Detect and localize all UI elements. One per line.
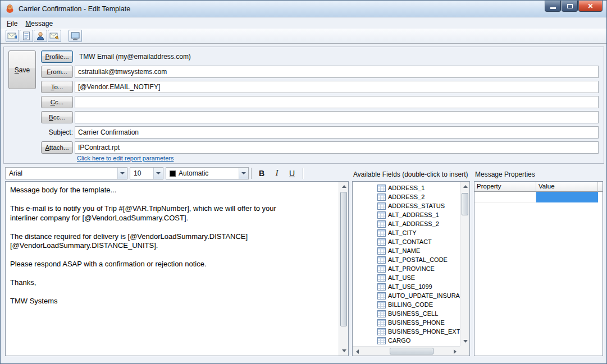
field-list-item[interactable]: ALT_ADDRESS_1 (353, 210, 460, 219)
close-button[interactable]: ✕ (578, 1, 603, 12)
font-color-select[interactable]: Automatic (166, 167, 249, 179)
scroll-up-icon[interactable] (460, 182, 470, 191)
font-size-select[interactable]: 10 (130, 167, 163, 179)
available-fields-title: Available Fields (double-click to insert… (353, 171, 468, 178)
field-list-item[interactable]: BUSINESS_PHONE (353, 318, 460, 327)
properties-header-row: Property Value (474, 182, 603, 192)
field-list-item[interactable]: ADDRESS_1 (353, 183, 460, 192)
field-label: BUSINESS_CELL (388, 310, 438, 317)
menu-message[interactable]: Message (22, 19, 57, 29)
field-list-item[interactable]: BUSINESS_CELL (353, 309, 460, 318)
profile-button[interactable]: Profile... (41, 50, 73, 63)
field-list-item[interactable]: ALT_USE_1099 (353, 282, 460, 291)
field-list-item[interactable]: ALT_CONTACT (353, 237, 460, 246)
scrollbar-thumb[interactable] (340, 192, 347, 326)
chevron-down-icon[interactable] (153, 168, 163, 179)
message-body-text[interactable]: Message body for the template... This e-… (6, 182, 339, 356)
to-button[interactable]: To... (41, 81, 73, 93)
send-mail-button[interactable] (48, 30, 61, 42)
property-row[interactable] (474, 192, 603, 202)
from-button[interactable]: From... (41, 66, 73, 78)
scroll-down-icon[interactable] (339, 346, 349, 356)
attach-input[interactable] (75, 141, 599, 154)
preview-icon (71, 32, 80, 40)
bcc-input[interactable] (75, 111, 599, 123)
table-field-icon (377, 301, 386, 308)
field-label: ALT_USE_1099 (388, 283, 432, 290)
scroll-left-icon[interactable] (353, 347, 362, 356)
field-list-item[interactable]: ADDRESS_2 (353, 192, 460, 201)
bcc-button[interactable]: Bcc... (41, 111, 73, 123)
table-field-icon (377, 265, 386, 273)
subject-input[interactable] (75, 126, 599, 139)
field-label: BUSINESS_PHONE (388, 319, 445, 326)
scroll-right-icon[interactable] (450, 347, 460, 356)
property-cell[interactable] (474, 192, 536, 202)
scrollbar-thumb[interactable] (462, 193, 468, 215)
chevron-down-icon[interactable] (239, 168, 248, 179)
preview-button[interactable] (69, 30, 82, 42)
table-field-icon (377, 185, 386, 192)
field-label: CARGO (388, 337, 410, 344)
field-list-item[interactable]: CARGO (353, 336, 460, 345)
fields-horizontal-scrollbar[interactable] (353, 346, 460, 356)
save-button[interactable]: Save (8, 50, 36, 89)
table-field-icon (377, 220, 386, 228)
property-column-header[interactable]: Property (474, 182, 536, 192)
table-field-icon (377, 274, 386, 282)
field-list-item[interactable]: ALT_CITY (353, 228, 460, 237)
edit-report-parameters-link[interactable]: Click here to edit report parameters (77, 155, 174, 162)
chevron-down-icon[interactable] (117, 168, 127, 179)
field-list-item[interactable]: ALT_ADDRESS_2 (353, 219, 460, 228)
field-list-item[interactable]: AUTO_UPDATE_INSURANC (353, 291, 460, 300)
field-label: ADDRESS_2 (388, 193, 425, 200)
contacts-icon (36, 31, 44, 40)
fields-vertical-scrollbar[interactable] (460, 182, 469, 346)
available-fields-panel: ADDRESS_1 ADDRESS_2 (352, 181, 470, 356)
field-label: ALT_CONTACT (388, 238, 432, 245)
field-list-item[interactable]: ALT_POSTAL_CODE (353, 255, 460, 264)
app-icon (5, 4, 15, 13)
minimize-icon (550, 7, 556, 9)
from-input[interactable] (75, 66, 599, 78)
message-properties-panel: Property Value (474, 181, 603, 356)
fields-list: ADDRESS_1 ADDRESS_2 (353, 183, 460, 346)
font-size-value: 10 (134, 169, 141, 177)
message-body-editor[interactable]: Message body for the template... This e-… (5, 181, 349, 356)
window-title: Carrier Confirmation - Edit Template (19, 5, 130, 13)
maximize-icon (567, 4, 573, 8)
value-cell-selected[interactable] (536, 192, 598, 202)
maximize-button[interactable] (562, 1, 578, 12)
new-message-button[interactable] (6, 30, 19, 42)
underline-button[interactable]: U (285, 167, 299, 179)
attach-button[interactable]: Attach... (41, 141, 73, 154)
field-list-item[interactable]: ALT_PROVINCE (353, 264, 460, 273)
field-label: BUSINESS_PHONE_EXT (388, 328, 460, 335)
value-column-header[interactable]: Value (536, 182, 598, 192)
cc-button[interactable]: Cc... (41, 96, 73, 108)
insert-field-button[interactable] (20, 30, 33, 42)
scroll-up-icon[interactable] (339, 182, 349, 191)
field-list-item[interactable]: BUSINESS_PHONE_EXT (353, 327, 460, 336)
menu-file[interactable]: File (3, 19, 22, 29)
field-list-item[interactable]: ADDRESS_STATUS (353, 201, 460, 210)
scrollbar-corner (460, 346, 469, 356)
bold-button[interactable]: B (254, 167, 269, 179)
scrollbar-thumb[interactable] (390, 348, 433, 354)
field-label: ALT_ADDRESS_1 (388, 211, 439, 218)
toolbar-separator (251, 168, 252, 179)
cc-input[interactable] (75, 96, 599, 108)
italic-button[interactable]: I (270, 167, 284, 179)
scroll-down-icon[interactable] (460, 337, 470, 346)
field-list-item[interactable]: ALT_USE (353, 273, 460, 282)
contacts-button[interactable] (34, 30, 47, 42)
minimize-button[interactable] (545, 1, 561, 12)
field-list-item[interactable]: ALT_NAME (353, 246, 460, 255)
to-input[interactable] (75, 81, 599, 93)
title-bar: Carrier Confirmation - Edit Template ✕ (1, 1, 606, 17)
field-list-item[interactable]: BILLING_CODE (353, 300, 460, 309)
editor-vertical-scrollbar[interactable] (339, 182, 348, 356)
table-field-icon (377, 193, 386, 201)
font-family-select[interactable]: Arial (5, 167, 127, 179)
field-label: ALT_POSTAL_CODE (388, 256, 448, 263)
